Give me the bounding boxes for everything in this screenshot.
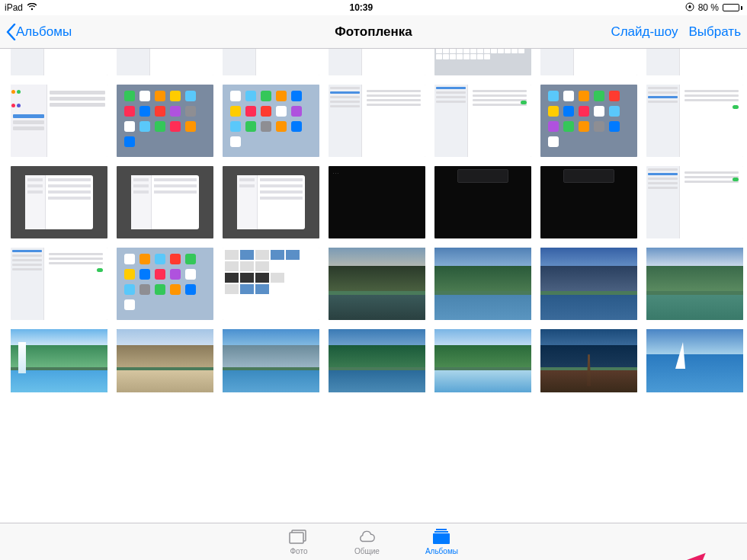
photo-thumbnail[interactable] [646, 329, 743, 392]
grid-row [11, 49, 736, 75]
photo-thumbnail[interactable]: · · · [329, 166, 425, 238]
tab-albums[interactable]: Альбомы [425, 526, 458, 560]
grid-row [11, 248, 736, 320]
grid-row [11, 85, 736, 157]
photo-thumbnail[interactable] [540, 85, 637, 157]
cloud-icon [357, 526, 377, 546]
photo-thumbnail[interactable] [329, 329, 425, 392]
navigation-bar: Альбомы Фотопленка Слайд-шоу Выбрать [0, 15, 747, 49]
device-label: iPad [5, 2, 23, 13]
photo-thumbnail[interactable] [11, 85, 107, 157]
photo-thumbnail[interactable] [11, 248, 107, 320]
chevron-left-icon [6, 24, 16, 40]
photo-thumbnail[interactable] [11, 329, 107, 392]
photo-thumbnail[interactable] [117, 85, 213, 157]
svg-rect-4 [436, 529, 447, 530]
photo-thumbnail[interactable] [646, 49, 743, 75]
back-label: Альбомы [16, 24, 72, 40]
tab-label: Общие [354, 547, 380, 555]
photo-thumbnail[interactable] [117, 49, 213, 75]
albums-icon [431, 526, 451, 546]
photo-thumbnail[interactable] [434, 329, 531, 392]
photo-thumbnail[interactable] [540, 166, 637, 238]
grid-row [11, 329, 736, 392]
slideshow-button[interactable]: Слайд-шоу [611, 24, 678, 40]
photo-thumbnail[interactable] [11, 49, 107, 75]
photo-grid[interactable]: · · · [0, 49, 747, 523]
photo-thumbnail[interactable] [117, 329, 213, 392]
photo-thumbnail[interactable] [329, 248, 425, 320]
photo-thumbnail[interactable] [223, 166, 319, 238]
tab-bar: Фото Общие Альбомы [0, 523, 747, 560]
photo-thumbnail[interactable] [434, 248, 531, 320]
photo-thumbnail[interactable] [434, 166, 531, 238]
battery-icon [723, 4, 742, 11]
grid-row: · · · [11, 166, 736, 238]
status-bar: iPad 10:39 80 % [0, 0, 747, 15]
photos-icon [289, 526, 309, 546]
wifi-icon [27, 2, 37, 13]
back-button[interactable]: Альбомы [6, 24, 72, 40]
photo-thumbnail[interactable] [329, 85, 425, 157]
photo-thumbnail[interactable] [117, 166, 213, 238]
status-time: 10:39 [349, 2, 373, 13]
photo-thumbnail[interactable] [223, 329, 319, 392]
orientation-lock-icon [685, 2, 694, 14]
svg-rect-5 [434, 531, 448, 533]
photo-thumbnail[interactable] [434, 49, 531, 75]
battery-percent: 80 % [698, 2, 719, 13]
photo-thumbnail[interactable] [434, 85, 531, 157]
tab-shared[interactable]: Общие [354, 526, 380, 560]
photo-thumbnail[interactable] [329, 49, 425, 75]
photo-thumbnail[interactable] [117, 248, 213, 320]
svg-rect-6 [433, 533, 450, 544]
photo-thumbnail[interactable] [223, 85, 319, 157]
photo-thumbnail[interactable] [223, 49, 319, 75]
tab-label: Альбомы [425, 547, 458, 555]
photo-thumbnail[interactable] [646, 248, 743, 320]
tab-label: Фото [290, 547, 308, 555]
photo-thumbnail[interactable] [11, 166, 107, 238]
svg-rect-3 [290, 533, 303, 543]
photo-thumbnail[interactable] [646, 85, 743, 157]
photo-thumbnail[interactable] [223, 248, 319, 320]
photo-thumbnail[interactable] [540, 248, 637, 320]
photo-thumbnail[interactable] [646, 166, 743, 238]
select-button[interactable]: Выбрать [689, 24, 741, 40]
tab-photos[interactable]: Фото [289, 526, 309, 560]
photo-thumbnail[interactable] [540, 49, 637, 75]
svg-rect-1 [688, 6, 691, 8]
photo-thumbnail[interactable] [540, 329, 637, 392]
